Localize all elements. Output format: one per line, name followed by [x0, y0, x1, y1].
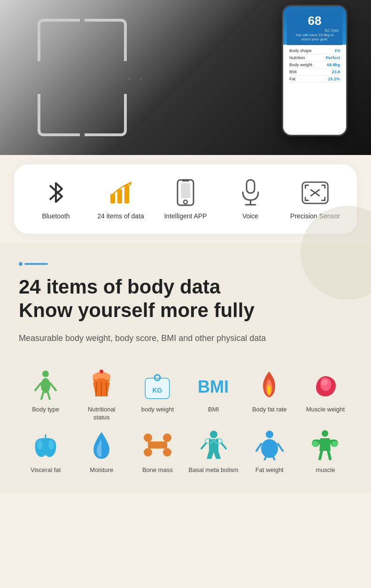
data-label-bone: Bone mass — [142, 466, 173, 474]
basal-icon — [197, 429, 230, 462]
phone-row-bmi: BMI23.8 — [289, 69, 340, 76]
phone-weight: 68 — [291, 14, 339, 28]
svg-point-42 — [210, 431, 217, 438]
bmi-icon: BMI — [197, 368, 230, 401]
fat-icon — [253, 368, 286, 401]
feature-data24: 24 items of data — [88, 178, 153, 220]
data-label-fat-weight: Fat weight — [255, 466, 284, 474]
moisture-icon — [85, 429, 118, 462]
precision-sensor-icon — [301, 178, 329, 207]
muscle-weight-icon — [309, 368, 342, 401]
data-item-muscle: muscle — [299, 429, 352, 474]
svg-point-16 — [41, 378, 50, 393]
bluetooth-icon — [42, 178, 70, 207]
muscle2-icon — [309, 429, 342, 462]
feature-app: Intelligent APP — [153, 178, 218, 220]
svg-point-37 — [144, 433, 152, 442]
data-item-muscle-weight: Muscle weight — [299, 368, 352, 422]
svg-line-52 — [273, 457, 275, 460]
hero-section: ⌄ ⌄ 68 92.7pts You still have 15.8kg to … — [0, 0, 371, 155]
body-type-icon — [29, 368, 62, 401]
data-item-bone: Bone mass — [131, 429, 184, 474]
svg-rect-6 — [181, 183, 190, 198]
feature-data24-label: 24 items of data — [97, 212, 144, 220]
nutrition-icon — [85, 368, 118, 401]
phone-message: You still have 15.8kg to reach your goal… — [291, 33, 339, 41]
phone-icon — [171, 178, 200, 207]
phone-score: 92.7pts — [291, 28, 339, 33]
visceral-icon — [29, 429, 62, 462]
phone-row-weight: Body weight68.8kg — [289, 62, 340, 69]
bracket-bl — [38, 94, 80, 136]
data-label-moisture: Moisture — [90, 466, 113, 474]
phone-row-nutrition: NutritionPerfect — [289, 54, 340, 62]
scale-brand: ⌄ ⌄ — [126, 74, 147, 81]
data-label-fat-rate: Body fat rate — [252, 406, 287, 414]
svg-line-19 — [41, 393, 43, 399]
fat-weight-icon — [253, 429, 286, 462]
weight-icon: KG — [141, 368, 174, 401]
main-content: 24 items of body data Know yourself more… — [0, 243, 371, 493]
svg-line-43 — [201, 443, 206, 449]
svg-rect-41 — [148, 441, 167, 449]
feature-voice-label: Voice — [242, 212, 258, 220]
svg-point-35 — [37, 440, 43, 449]
feature-bluetooth-label: Bluetooth — [42, 212, 70, 220]
svg-line-57 — [328, 451, 330, 459]
main-title-line1: 24 items of body data — [19, 275, 352, 299]
features-card: Bluetooth 24 items of data — [14, 164, 357, 234]
data-item-visceral: Visceral fat — [19, 429, 72, 474]
data-item-basal: Basal meta bolism — [186, 429, 240, 474]
svg-point-53 — [322, 430, 328, 437]
data-label-body-type: Body type — [32, 406, 59, 414]
phone-mockup: 68 92.7pts You still have 15.8kg to reac… — [282, 5, 348, 136]
svg-point-25 — [100, 370, 103, 373]
data-grid: Body type — [19, 364, 352, 479]
svg-line-18 — [50, 383, 56, 390]
feature-app-label: Intelligent APP — [164, 212, 207, 220]
phone-row-bodyshape: Body shapeFit — [289, 47, 340, 54]
svg-point-38 — [144, 448, 152, 456]
svg-point-55 — [332, 441, 338, 447]
data-item-moisture: Moisture — [75, 429, 128, 474]
svg-line-50 — [278, 444, 283, 451]
svg-point-40 — [163, 448, 171, 456]
data-item-weight: KG body weight — [131, 368, 184, 422]
svg-line-44 — [221, 443, 226, 449]
phone-row-fat: Fat16.2% — [289, 76, 340, 83]
svg-point-24 — [104, 373, 110, 380]
main-subtitle: Measurable body weight, body score, BMI … — [19, 332, 352, 345]
data-label-bmi: BMI — [208, 406, 219, 414]
scale-image: ⌄ ⌄ — [23, 5, 249, 150]
svg-line-56 — [320, 451, 322, 459]
svg-point-54 — [312, 441, 318, 447]
chart-icon — [107, 178, 135, 207]
svg-text:BMI: BMI — [198, 377, 229, 396]
data-label-weight: body weight — [141, 406, 174, 414]
data-label-visceral: Visceral fat — [31, 466, 61, 474]
feature-bluetooth: Bluetooth — [23, 178, 88, 220]
svg-line-51 — [264, 457, 266, 460]
svg-point-36 — [48, 440, 54, 449]
bracket-tl — [38, 19, 80, 61]
svg-line-49 — [256, 444, 261, 451]
data-label-muscle: muscle — [316, 466, 335, 474]
svg-point-8 — [184, 200, 187, 204]
feature-voice: Voice — [218, 178, 283, 220]
svg-point-48 — [261, 439, 278, 458]
main-title: 24 items of body data Know yourself more… — [19, 275, 352, 323]
svg-rect-9 — [247, 180, 255, 193]
mic-icon — [236, 178, 264, 207]
main-title-line2: Know yourself more fully — [19, 299, 352, 322]
bone-icon — [141, 429, 174, 462]
data-item-bmi: BMI BMI — [186, 368, 240, 422]
svg-rect-3 — [124, 185, 129, 203]
bracket-tr — [85, 19, 127, 61]
data-label-basal: Basal meta bolism — [188, 466, 238, 474]
bracket-br — [85, 94, 127, 136]
data-item-fat-rate: Body fat rate — [243, 368, 296, 422]
svg-point-15 — [42, 371, 49, 377]
data-item-nutritional: Nutritionalstatus — [75, 368, 128, 422]
accent-dot — [19, 262, 23, 266]
accent-bar — [24, 263, 48, 265]
